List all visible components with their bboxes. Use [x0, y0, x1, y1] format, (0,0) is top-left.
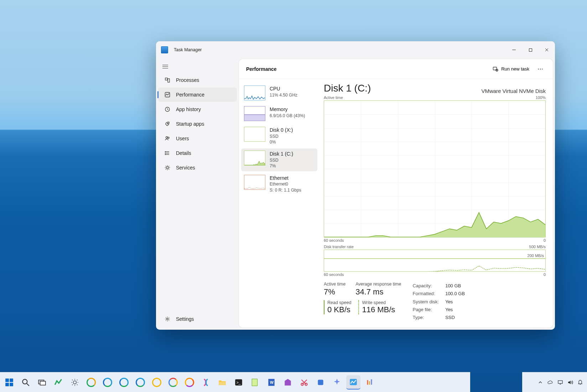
taskbar-notepadpp[interactable]: [248, 375, 262, 390]
stat-active-time-label: Active time: [324, 282, 346, 287]
nav-label: Processes: [176, 77, 199, 83]
svg-point-31: [22, 379, 27, 384]
taskbar-edge-dev[interactable]: [133, 375, 147, 390]
resource-memory[interactable]: Memory 6.9/16.0 GB (43%): [241, 104, 317, 123]
svg-text:>_: >_: [237, 380, 241, 385]
page-title: Performance: [246, 66, 277, 72]
system-tray[interactable]: [522, 372, 587, 392]
resource-sub2: 0%: [270, 139, 293, 145]
nav-label: Users: [176, 136, 189, 141]
nav-services[interactable]: Services: [158, 161, 237, 175]
nav-users[interactable]: Users: [158, 131, 237, 146]
taskbar-app-bars[interactable]: [363, 375, 377, 390]
hamburger-button[interactable]: [156, 61, 239, 73]
resource-ethernet[interactable]: Ethernet Ethernet0 S: 0 R: 1.1 Gbps: [241, 173, 317, 195]
detail-title: Disk 1 (C:): [324, 83, 371, 94]
svg-marker-25: [244, 161, 265, 165]
nav-label: Services: [176, 165, 195, 171]
svg-text:W: W: [270, 380, 274, 385]
nav-details[interactable]: Details: [158, 146, 237, 160]
taskbar-app-1[interactable]: [51, 375, 66, 390]
svg-rect-49: [369, 381, 370, 385]
chart2-label: Disk transfer rate: [324, 245, 354, 249]
taskbar-app-blue[interactable]: [313, 375, 328, 390]
svg-rect-23: [244, 115, 265, 121]
taskbar-app-purple[interactable]: [281, 375, 295, 390]
resource-sub: SSD: [270, 134, 293, 139]
nav-label: Performance: [176, 92, 204, 98]
chart1-xleft: 60 seconds: [324, 238, 344, 242]
resource-title: CPU: [270, 85, 297, 92]
svg-point-16: [165, 154, 165, 155]
svg-line-44: [301, 380, 306, 384]
taskbar-chrome-canary[interactable]: [150, 375, 164, 390]
svg-rect-34: [40, 381, 46, 385]
stat-write-value: 116 MB/s: [362, 305, 395, 314]
tray-onedrive-icon[interactable]: [546, 378, 554, 386]
taskbar-snip[interactable]: [297, 375, 311, 390]
task-manager-window: Task Manager Process: [156, 41, 555, 330]
transfer-rate-chart[interactable]: 200 MB/s: [324, 250, 546, 272]
nav-startup-apps[interactable]: Startup apps: [158, 117, 237, 131]
svg-rect-27: [5, 378, 9, 382]
svg-rect-1: [529, 48, 532, 51]
titlebar[interactable]: Task Manager: [156, 41, 555, 58]
taskbar-sparkle[interactable]: [330, 375, 344, 390]
svg-point-18: [167, 318, 168, 320]
nav-app-history[interactable]: App history: [158, 102, 237, 116]
maximize-button[interactable]: [522, 41, 539, 58]
taskbar-task-manager[interactable]: [346, 375, 360, 390]
task-view-button[interactable]: [35, 375, 49, 390]
taskbar-chrome[interactable]: [166, 375, 180, 390]
svg-point-14: [165, 151, 165, 152]
taskbar-app-2[interactable]: [68, 375, 82, 390]
svg-rect-48: [367, 380, 368, 385]
taskbar-word[interactable]: W: [264, 375, 279, 390]
close-button[interactable]: [539, 41, 555, 58]
nav-label: Startup apps: [176, 121, 204, 127]
chart1-label: Active time: [324, 95, 343, 100]
nav-performance[interactable]: Performance: [158, 88, 237, 102]
svg-rect-5: [168, 79, 170, 82]
taskbar-edge-canary[interactable]: [84, 375, 98, 390]
tray-network-icon[interactable]: [556, 378, 564, 386]
taskbar-copilot[interactable]: [199, 375, 213, 390]
run-new-task-button[interactable]: Run new task: [489, 64, 533, 74]
search-button[interactable]: [19, 375, 33, 390]
taskbar-explorer[interactable]: [215, 375, 229, 390]
more-options-button[interactable]: ⋯: [535, 64, 546, 74]
active-time-chart[interactable]: [324, 100, 546, 237]
resource-list: CPU 11% 4.50 GHz Memory 6.9/16.0 GB (43%…: [239, 79, 320, 328]
svg-point-35: [73, 381, 77, 384]
tray-volume-icon[interactable]: [566, 378, 574, 386]
chart1-xright: 0: [544, 238, 546, 242]
resource-cpu[interactable]: CPU 11% 4.50 GHz: [241, 83, 317, 103]
start-button[interactable]: [2, 375, 16, 390]
tray-notification-icon[interactable]: [576, 378, 584, 386]
stat-active-time-value: 7%: [324, 287, 346, 297]
taskbar-edge-beta[interactable]: [117, 375, 131, 390]
svg-point-8: [167, 123, 168, 124]
resource-sub: Ethernet0: [270, 181, 301, 187]
svg-rect-29: [5, 383, 9, 386]
minimize-button[interactable]: [506, 41, 522, 58]
resource-title: Disk 0 (X:): [270, 127, 293, 134]
details-icon: [165, 150, 170, 156]
svg-line-32: [27, 383, 29, 386]
taskbar-terminal[interactable]: >_: [232, 375, 246, 390]
resource-disk1[interactable]: Disk 1 (C:) SSD 7%: [241, 148, 317, 171]
resource-title: Memory: [270, 106, 305, 113]
taskbar[interactable]: >_ W: [0, 372, 470, 392]
disk0-mini-chart: [244, 127, 265, 142]
nav-settings[interactable]: Settings: [158, 312, 237, 326]
nav-processes[interactable]: Processes: [158, 73, 237, 87]
resource-disk0[interactable]: Disk 0 (X:) SSD 0%: [241, 125, 317, 147]
taskbar-firefox[interactable]: [182, 375, 197, 390]
resource-sub: 6.9/16.0 GB (43%): [270, 113, 305, 119]
taskbar-edge[interactable]: [100, 375, 115, 390]
svg-rect-50: [371, 379, 372, 385]
svg-rect-30: [10, 383, 13, 386]
startup-icon: [165, 121, 170, 127]
tray-chevron-up-icon[interactable]: [536, 378, 544, 386]
svg-rect-28: [10, 378, 13, 382]
